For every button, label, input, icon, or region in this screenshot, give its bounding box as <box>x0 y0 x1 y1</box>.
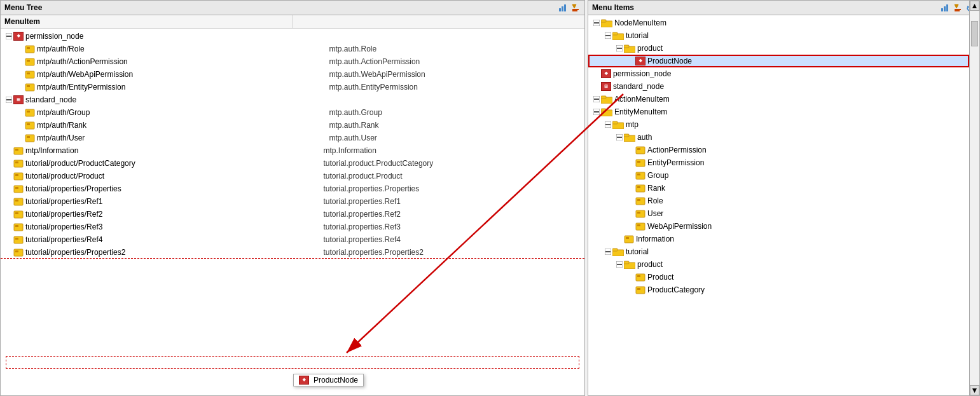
expand-btn[interactable] <box>626 273 635 282</box>
expand-btn[interactable] <box>16 70 25 79</box>
svg-rect-24 <box>15 149 18 151</box>
expand-btn[interactable] <box>604 120 612 129</box>
expand-btn[interactable] <box>4 222 13 231</box>
tree-row[interactable]: Group <box>588 169 969 182</box>
tree-row[interactable]: NodeMenuItem <box>588 17 969 29</box>
tree-row[interactable]: tutorial/product/Producttutorial.product… <box>1 170 584 182</box>
tree-row[interactable]: mtp/auth/EntityPermissionmtp.auth.Entity… <box>1 81 584 93</box>
expand-btn[interactable] <box>592 95 601 104</box>
expand-btn[interactable] <box>16 108 25 117</box>
drag-productnode[interactable]: ❖ProductNode <box>293 374 364 386</box>
expand-btn[interactable] <box>592 18 601 27</box>
tree-row[interactable]: Information <box>588 233 969 245</box>
expand-btn[interactable] <box>615 44 624 53</box>
tree-row[interactable]: mtp <box>588 118 969 131</box>
tree-row[interactable]: tutorial <box>588 245 969 258</box>
tree-row[interactable]: mtp/auth/Groupmtp.auth.Group <box>1 106 584 119</box>
expand-btn[interactable] <box>16 121 25 130</box>
tree-row[interactable]: auth <box>588 131 969 144</box>
tree-row[interactable]: ⊞standard_node <box>1 93 584 106</box>
row-label: mtp/Information <box>25 146 286 155</box>
expand-btn[interactable] <box>604 247 612 256</box>
tree-row[interactable]: mtp/auth/ActionPermissionmtp.auth.Action… <box>1 55 584 68</box>
expand-btn[interactable] <box>4 184 13 193</box>
tree-row[interactable]: Rank <box>588 182 969 195</box>
expand-btn[interactable] <box>592 69 601 78</box>
tree-row[interactable]: ActionMenuItem <box>588 93 969 106</box>
right-scrollbar[interactable]: ▲ ▼ <box>969 1 979 395</box>
expand-btn[interactable] <box>4 146 13 155</box>
expand-btn[interactable] <box>4 235 13 244</box>
tree-row[interactable]: ProductCategory <box>588 283 969 296</box>
tree-row[interactable]: tutorial/properties/Ref4tutorial.propert… <box>1 233 584 246</box>
expand-btn[interactable] <box>16 83 25 92</box>
expand-btn[interactable] <box>604 31 612 40</box>
menu-items-content[interactable]: NodeMenuItemtutorialproduct❖ProductNode❖… <box>588 15 979 395</box>
expand-btn[interactable] <box>4 197 13 206</box>
expand-btn[interactable] <box>626 184 635 193</box>
tree-row[interactable]: tutorial <box>588 29 969 42</box>
expand-btn[interactable] <box>626 209 635 218</box>
tree-row[interactable]: User <box>588 207 969 220</box>
scroll-down[interactable]: ▼ <box>970 385 979 395</box>
expand-btn[interactable] <box>626 196 635 205</box>
tree-row[interactable]: tutorial/properties/Ref3tutorial.propert… <box>1 221 584 233</box>
svg-rect-31 <box>14 198 23 205</box>
expand-btn[interactable] <box>4 210 13 219</box>
tree-row[interactable]: tutorial/properties/Properties2tutorial.… <box>1 246 584 259</box>
expand-btn[interactable] <box>615 235 624 243</box>
sort-desc-icon[interactable] <box>570 3 581 13</box>
add-icon-right[interactable] <box>953 3 963 13</box>
row-label: auth <box>637 133 652 142</box>
tree-row[interactable]: mtp/auth/Usermtp.auth.User <box>1 132 584 144</box>
sort-asc-icon-right[interactable] <box>940 3 950 13</box>
expand-btn[interactable] <box>626 146 635 154</box>
tree-row[interactable]: ActionPermission <box>588 144 969 156</box>
tree-row[interactable]: EntityMenuItem <box>588 106 969 118</box>
tree-row[interactable]: Role <box>588 195 969 207</box>
expand-btn[interactable] <box>626 57 635 65</box>
expand-btn[interactable] <box>626 158 635 167</box>
expand-btn[interactable] <box>615 260 624 269</box>
tree-row[interactable]: ❖permission_node <box>588 67 969 80</box>
expand-btn[interactable] <box>4 32 13 41</box>
tree-row[interactable]: mtp/auth/WebApiPermissionmtp.auth.WebApi… <box>1 68 584 81</box>
tree-row[interactable]: ⊞standard_node <box>588 80 969 93</box>
row-label: tutorial/properties/Ref4 <box>25 235 286 244</box>
svg-rect-79 <box>636 172 645 179</box>
tree-row[interactable]: tutorial/properties/Propertiestutorial.p… <box>1 182 584 195</box>
tree-row[interactable]: EntityPermission <box>588 156 969 169</box>
expand-btn[interactable] <box>4 172 13 181</box>
expand-btn[interactable] <box>615 133 624 142</box>
sort-asc-icon[interactable] <box>558 3 568 13</box>
tree-row[interactable]: mtp/auth/Rolemtp.auth.Role <box>1 43 584 55</box>
expand-btn[interactable] <box>16 133 25 142</box>
scroll-up[interactable]: ▲ <box>970 1 979 11</box>
expand-btn[interactable] <box>592 107 601 116</box>
row-label: tutorial/properties/Ref2 <box>25 210 286 219</box>
tree-row[interactable]: WebApiPermission <box>588 220 969 233</box>
svg-rect-76 <box>637 148 640 150</box>
tree-row[interactable]: mtp/auth/Rankmtp.auth.Rank <box>1 119 584 132</box>
tree-row[interactable]: tutorial/properties/Ref1tutorial.propert… <box>1 195 584 208</box>
expand-btn[interactable] <box>4 159 13 168</box>
expand-btn[interactable] <box>592 82 601 91</box>
tree-row[interactable]: ❖ProductNode <box>588 55 969 67</box>
expand-btn[interactable] <box>626 222 635 231</box>
expand-btn[interactable] <box>16 44 25 53</box>
tree-row[interactable]: tutorial/properties/Ref2tutorial.propert… <box>1 208 584 221</box>
expand-btn[interactable] <box>4 95 13 104</box>
expand-btn[interactable] <box>16 57 25 66</box>
tree-row[interactable]: product <box>588 258 969 271</box>
tree-row[interactable]: mtp/Informationmtp.Information <box>1 144 584 157</box>
scroll-thumb[interactable] <box>971 21 978 46</box>
menu-tree-content[interactable]: ❖permission_nodemtp/auth/Rolemtp.auth.Ro… <box>1 29 584 395</box>
expand-btn[interactable] <box>626 285 635 294</box>
tree-row[interactable]: ❖permission_node <box>1 30 584 43</box>
tree-row[interactable]: product <box>588 42 969 55</box>
row-label: mtp <box>626 120 638 129</box>
expand-btn[interactable] <box>4 248 13 257</box>
tree-row[interactable]: tutorial/product/ProductCategorytutorial… <box>1 157 584 170</box>
expand-btn[interactable] <box>626 171 635 180</box>
tree-row[interactable]: Product <box>588 271 969 283</box>
